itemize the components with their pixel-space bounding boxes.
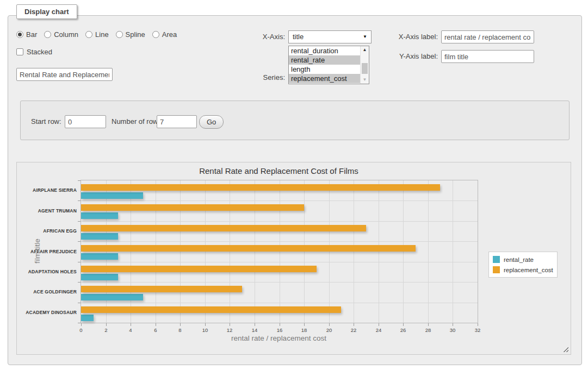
display-chart-legend: Display chart	[16, 4, 77, 19]
x-tick-label: 20	[318, 327, 340, 333]
x-tick	[280, 323, 280, 326]
x-tick-label: 32	[467, 327, 488, 333]
bar-rental_rate-1	[81, 212, 118, 219]
y-tick	[78, 241, 81, 242]
chart-type-label: Spline	[126, 30, 145, 39]
bar-replacement_cost-2	[81, 225, 366, 231]
x-tick-label: 6	[145, 327, 166, 333]
display-chart-page: Display chart BarColumnLineSplineArea St…	[0, 0, 588, 370]
chart-legend: rental_ratereplacement_cost	[488, 252, 558, 278]
bar-replacement_cost-0	[81, 184, 440, 191]
chart-type-area[interactable]: Area	[152, 30, 177, 39]
bar-rental_rate-4	[81, 274, 118, 280]
x-tick	[453, 323, 453, 326]
gridline-h	[81, 221, 478, 222]
bar-replacement_cost-6	[81, 306, 341, 313]
bar-replacement_cost-5	[81, 286, 242, 292]
y-tick	[78, 323, 81, 323]
x-tick-label: 0	[70, 327, 92, 333]
x-tick	[428, 323, 429, 326]
y-axis-field-label: Y-Axis label:	[356, 50, 438, 63]
x-tick	[354, 323, 354, 326]
bar-replacement_cost-1	[81, 204, 304, 211]
y-tick	[78, 303, 81, 303]
x-tick-label: 14	[244, 327, 265, 333]
x-tick-label: 18	[293, 327, 315, 333]
x-tick-label: 8	[169, 327, 191, 333]
x-tick	[329, 323, 330, 326]
x-tick	[81, 323, 82, 326]
x-axis-label: X-Axis:	[228, 30, 285, 43]
num-rows-input[interactable]	[157, 115, 197, 128]
legend-item-rental_rate: rental_rate	[493, 254, 553, 265]
y-tick	[78, 180, 81, 181]
x-tick	[255, 323, 255, 326]
x-tick-label: 26	[392, 327, 414, 333]
y-axis-label-input[interactable]	[441, 50, 534, 63]
chart-container: Rental Rate and Replacement Cost of Film…	[16, 162, 571, 355]
x-axis-selected-value: title	[293, 33, 304, 41]
chart-type-label: Area	[162, 30, 177, 39]
go-button[interactable]: Go	[199, 115, 224, 129]
gridline-h	[81, 303, 478, 303]
x-tick	[156, 323, 156, 326]
category-label: AGENT TRUMAN	[19, 208, 77, 214]
chart-plot-area	[81, 180, 478, 323]
series-option-length[interactable]: length	[289, 65, 360, 74]
start-row-input[interactable]	[65, 115, 106, 128]
x-tick	[379, 323, 379, 326]
bar-rental_rate-0	[81, 192, 143, 199]
x-tick-label: 4	[120, 327, 141, 333]
x-tick-label: 2	[95, 327, 117, 333]
y-tick	[78, 221, 81, 222]
category-label: ACADEMY DINOSAUR	[19, 310, 77, 316]
y-tick	[78, 282, 81, 283]
x-tick	[106, 323, 107, 326]
radio-icon	[44, 31, 51, 38]
category-label: AIRPLANE SIERRA	[19, 187, 77, 193]
gridline-h	[81, 282, 478, 283]
start-row-label: Start row:	[31, 115, 61, 128]
bar-rental_rate-3	[81, 253, 118, 260]
gridline-h	[81, 200, 478, 201]
series-option-rental_rate[interactable]: rental_rate	[289, 55, 360, 65]
x-tick-label: 12	[219, 327, 240, 333]
gridline-h	[81, 262, 478, 262]
scroll-down-icon[interactable]: ▼	[361, 76, 369, 84]
resize-grip-icon[interactable]	[562, 346, 568, 352]
legend-swatch	[493, 266, 500, 273]
chart-type-bar[interactable]: Bar	[16, 30, 37, 39]
gridline-v	[428, 180, 429, 323]
display-chart-legend-text: Display chart	[24, 8, 69, 16]
chart-type-column[interactable]: Column	[44, 30, 78, 39]
series-option-rental_duration[interactable]: rental_duration	[289, 46, 360, 55]
radio-icon	[116, 31, 123, 38]
x-tick-label: 22	[343, 327, 364, 333]
chart-title: Rental Rate and Replacement Cost of Film…	[81, 166, 477, 175]
x-tick-label: 10	[194, 327, 216, 333]
series-option-replacement_cost[interactable]: replacement_cost	[289, 74, 360, 83]
chart-x-axis-label: rental rate / replacement cost	[81, 334, 477, 342]
radio-icon	[85, 31, 92, 38]
category-label: ACE GOLDFINGER	[19, 289, 77, 295]
chart-type-line[interactable]: Line	[85, 30, 109, 39]
gridline-v	[453, 180, 453, 323]
category-label: AFRICAN EGG	[19, 228, 77, 234]
y-tick	[78, 262, 81, 262]
chart-title-input[interactable]	[16, 68, 113, 81]
x-tick	[131, 323, 131, 326]
x-tick-label: 30	[442, 327, 463, 333]
x-tick	[230, 323, 230, 326]
stacked-checkbox[interactable]	[16, 48, 23, 55]
series-label: Series:	[228, 71, 285, 84]
x-axis-field-label: X-Axis label:	[356, 30, 438, 43]
x-axis-label-input[interactable]	[441, 30, 534, 43]
scrollbar-thumb[interactable]	[362, 63, 368, 74]
stacked-checkbox-row[interactable]: Stacked	[16, 48, 52, 56]
bar-replacement_cost-3	[81, 245, 416, 252]
x-tick-label: 28	[417, 327, 439, 333]
legend-swatch	[493, 256, 500, 263]
chart-type-label: Column	[54, 30, 78, 39]
chart-type-spline[interactable]: Spline	[116, 30, 145, 39]
x-tick	[478, 323, 478, 326]
